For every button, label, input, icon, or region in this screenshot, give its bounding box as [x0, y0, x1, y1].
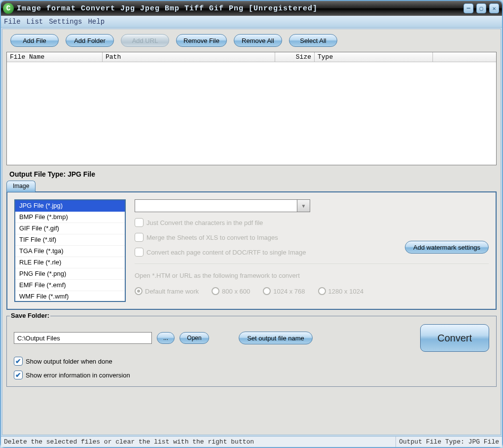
options-column: ▼ Just Convert the characters in the pdf… [135, 199, 489, 295]
menu-file[interactable]: File [4, 18, 21, 26]
options-combo: ▼ [135, 199, 489, 212]
tab-panel-image: JPG File (*.jpg) BMP File (*.bmp) GIF Fi… [6, 191, 497, 310]
check-show-errors[interactable] [14, 371, 23, 379]
add-file-button[interactable]: Add File [10, 34, 59, 47]
radio-1024x768 [263, 287, 271, 295]
maximize-button[interactable]: ▢ [476, 3, 486, 13]
radio-1024x768-label: 1024 x 768 [273, 288, 305, 295]
framework-label: Open *.HTM or URL as the following frame… [135, 272, 489, 279]
output-file-type-label: Output File Type: JPG File [5, 165, 498, 180]
browse-folder-button[interactable]: ... [157, 332, 175, 344]
tab-image[interactable]: Image [6, 181, 36, 192]
format-item[interactable]: BMP File (*.bmp) [15, 212, 125, 223]
remove-all-button[interactable]: Remove All [234, 34, 282, 47]
check-show-output-folder[interactable] [14, 357, 23, 366]
status-output-type: Output File Type: JPG File [399, 438, 499, 446]
format-list[interactable]: JPG File (*.jpg) BMP File (*.bmp) GIF Fi… [14, 199, 126, 302]
radio-800x600 [212, 287, 219, 295]
set-output-file-name-button[interactable]: Set output file name [239, 332, 313, 344]
add-folder-button[interactable]: Add Folder [66, 34, 114, 47]
check-doc-single-label: Convert each page content of DOC/RTF to … [146, 249, 306, 256]
convert-button[interactable]: Convert [420, 324, 489, 352]
status-separator [395, 437, 396, 447]
save-folder-legend: Save Folder: [10, 312, 50, 319]
col-path[interactable]: Path [103, 52, 275, 62]
status-bar: Delete the selected files or clear the l… [1, 436, 502, 447]
options-divider [135, 263, 489, 264]
check-show-output-folder-label: Show output folder when done [26, 358, 112, 365]
check-merge-xls [135, 233, 144, 242]
toolbar: Add File Add Folder Add URL Remove File … [5, 32, 498, 52]
select-all-button[interactable]: Select All [289, 34, 337, 47]
options-combo-input[interactable] [135, 199, 297, 212]
save-folder-group: Save Folder: ... Open Set output file na… [6, 316, 497, 387]
minimize-button[interactable]: — [464, 3, 473, 13]
col-spacer [433, 52, 496, 62]
save-folder-path-input[interactable] [14, 332, 152, 344]
file-list[interactable]: File Name Path Size Type [6, 52, 497, 165]
radio-default-framework [135, 287, 143, 295]
menu-settings[interactable]: Settings [49, 18, 82, 26]
menu-list[interactable]: List [27, 18, 43, 26]
output-tabset: Image JPG File (*.jpg) BMP File (*.bmp) … [6, 180, 497, 310]
format-item[interactable]: GIF File (*.gif) [15, 223, 125, 234]
titlebar: C Image format Convert Jpg Jpeg Bmp Tiff… [1, 1, 502, 16]
radio-1280x1024-label: 1280 x 1024 [328, 288, 364, 295]
format-item[interactable]: WMF File (*.wmf) [15, 291, 125, 302]
radio-default-framework-label: Default frame work [145, 288, 199, 295]
format-item[interactable]: JPG File (*.jpg) [15, 200, 125, 212]
format-item[interactable]: TIF File (*.tif) [15, 234, 125, 246]
close-button[interactable]: ✕ [489, 3, 499, 13]
add-url-button: Add URL [121, 34, 169, 47]
file-list-header: File Name Path Size Type [7, 52, 496, 62]
add-watermark-settings-button[interactable]: Add watermark settings [405, 241, 489, 254]
app-logo-icon: C [3, 3, 14, 14]
status-hint: Delete the selected files or clear the l… [4, 438, 393, 446]
menu-help[interactable]: Help [88, 18, 105, 26]
framework-radios: Default frame work 800 x 600 1024 x 768 … [135, 287, 489, 295]
col-file-name[interactable]: File Name [7, 52, 103, 62]
menubar: File List Settings Help [1, 16, 502, 28]
check-pdf-chars-label: Just Convert the characters in the pdf f… [146, 219, 263, 226]
open-folder-button[interactable]: Open [180, 332, 209, 344]
col-type[interactable]: Type [315, 52, 433, 62]
check-pdf-chars [135, 218, 144, 227]
format-item[interactable]: EMF File (*.emf) [15, 280, 125, 291]
check-merge-xls-label: Merge the Sheets of XLS to convert to Im… [146, 234, 278, 241]
main-window: C Image format Convert Jpg Jpeg Bmp Tiff… [0, 0, 503, 448]
col-size[interactable]: Size [275, 52, 315, 62]
format-item[interactable]: RLE File (*.rle) [15, 257, 125, 268]
radio-1280x1024 [318, 287, 326, 295]
client-area: Add File Add Folder Add URL Remove File … [2, 29, 501, 435]
window-title: Image format Convert Jpg Jpeg Bmp Tiff G… [17, 4, 464, 13]
format-item[interactable]: PNG File (*.png) [15, 268, 125, 280]
check-show-errors-label: Show error information in conversion [26, 372, 130, 379]
options-combo-dropdown-button[interactable]: ▼ [297, 199, 310, 212]
check-doc-single [135, 248, 144, 257]
format-item[interactable]: TGA File (*.tga) [15, 246, 125, 257]
radio-800x600-label: 800 x 600 [222, 288, 250, 295]
remove-file-button[interactable]: Remove File [176, 34, 227, 47]
